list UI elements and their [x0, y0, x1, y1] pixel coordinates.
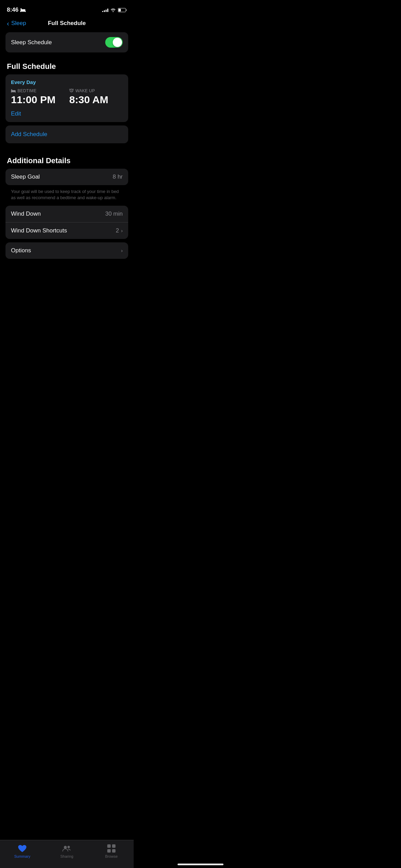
wind-down-shortcuts-label: Wind Down Shortcuts — [11, 227, 67, 234]
options-label: Options — [11, 247, 31, 254]
wakeup-value: 8:30 AM — [69, 94, 108, 106]
sleep-goal-card: Sleep Goal 8 hr — [5, 169, 128, 185]
svg-rect-12 — [71, 91, 72, 91]
alarm-icon — [69, 88, 74, 93]
sleep-schedule-label: Sleep Schedule — [11, 39, 52, 46]
sleep-goal-value: 8 hr — [113, 173, 123, 180]
add-schedule-card[interactable]: Add Schedule — [5, 125, 128, 143]
bed-status-icon — [20, 8, 26, 12]
bed-icon — [11, 89, 16, 93]
wind-down-shortcuts-chevron-icon: › — [121, 228, 123, 233]
signal-icon — [102, 8, 108, 12]
sleep-goal-row[interactable]: Sleep Goal 8 hr — [5, 169, 128, 185]
wakeup-label: WAKE UP — [69, 88, 108, 93]
options-card[interactable]: Options › — [5, 242, 128, 259]
battery-icon — [118, 8, 127, 12]
full-schedule-header: Full Schedule — [5, 56, 128, 74]
wind-down-shortcuts-value: 2 › — [116, 227, 123, 234]
nav-header: ‹ Sleep Full Schedule — [0, 17, 134, 32]
svg-rect-6 — [119, 9, 121, 11]
wifi-icon — [110, 8, 116, 12]
content: Sleep Schedule Full Schedule Every Day B… — [0, 32, 134, 259]
bedtime-value: 11:00 PM — [11, 94, 56, 106]
svg-rect-2 — [20, 11, 21, 12]
sleep-schedule-card: Sleep Schedule — [5, 32, 128, 52]
wakeup-block: WAKE UP 8:30 AM — [69, 88, 108, 106]
sleep-schedule-toggle[interactable] — [105, 37, 123, 48]
svg-rect-1 — [21, 8, 22, 10]
sleep-goal-label: Sleep Goal — [11, 173, 40, 180]
schedule-card: Every Day BEDTIME 11:00 PM — [5, 74, 128, 122]
status-bar: 8:46 — [0, 0, 134, 17]
bedtime-block: BEDTIME 11:00 PM — [11, 88, 56, 106]
back-label: Sleep — [11, 20, 26, 27]
schedule-day: Every Day — [11, 79, 123, 85]
additional-details-header: Additional Details — [5, 150, 128, 169]
toggle-thumb — [113, 38, 122, 47]
svg-rect-8 — [11, 89, 12, 91]
bedtime-label: BEDTIME — [11, 88, 56, 93]
wind-down-card: Wind Down 30 min Wind Down Shortcuts 2 › — [5, 206, 128, 239]
edit-button[interactable]: Edit — [11, 110, 123, 117]
back-chevron-icon: ‹ — [7, 20, 9, 27]
options-row[interactable]: Options › — [5, 242, 128, 259]
add-schedule-label[interactable]: Add Schedule — [11, 131, 47, 137]
wind-down-shortcuts-row[interactable]: Wind Down Shortcuts 2 › — [5, 222, 128, 239]
back-button[interactable]: ‹ Sleep — [7, 20, 26, 27]
status-icons — [102, 8, 127, 12]
options-chevron-icon: › — [121, 248, 123, 253]
sleep-goal-hint: Your goal will be used to keep track of … — [5, 186, 128, 206]
svg-rect-10 — [15, 92, 16, 93]
svg-rect-5 — [126, 9, 127, 11]
status-time: 8:46 — [7, 7, 26, 13]
svg-rect-9 — [11, 92, 12, 93]
nav-title: Full Schedule — [48, 20, 86, 27]
wind-down-label: Wind Down — [11, 210, 41, 217]
svg-rect-3 — [25, 11, 26, 12]
wind-down-value: 30 min — [105, 210, 123, 217]
schedule-times: BEDTIME 11:00 PM WAKE UP 8:30 AM — [11, 88, 123, 106]
sleep-schedule-row: Sleep Schedule — [5, 32, 128, 52]
wind-down-row[interactable]: Wind Down 30 min — [5, 206, 128, 222]
